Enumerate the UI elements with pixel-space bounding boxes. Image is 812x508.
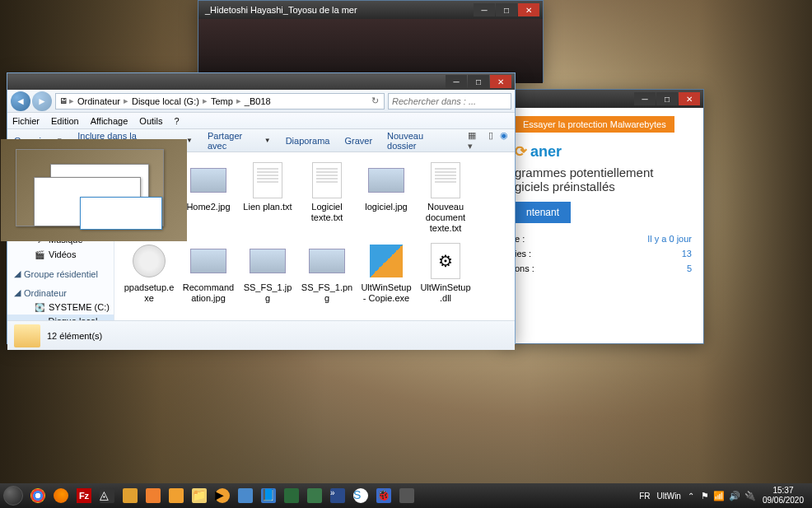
sidebar-local-drive[interactable]: 💽Disque local (G:)	[7, 315, 114, 320]
img-icon	[307, 241, 347, 281]
clock[interactable]: 15:37 09/06/2020	[763, 486, 804, 506]
close-button[interactable]: ✕	[679, 92, 700, 105]
menu-view[interactable]: Affichage	[91, 116, 128, 126]
flag-icon[interactable]: ⚑	[701, 491, 709, 501]
crumb[interactable]: _B018	[241, 96, 274, 106]
media-player-icon[interactable]: ▶	[212, 486, 232, 506]
new-folder-button[interactable]: Nouveau dossier	[387, 131, 453, 151]
minimize-button[interactable]: ─	[634, 92, 656, 105]
app-icon[interactable]	[282, 486, 301, 506]
help-icon[interactable]: ◉	[500, 130, 508, 151]
share-button[interactable]: Partager avec ▼	[208, 131, 271, 151]
explorer-taskbar-icon[interactable]: 📁	[189, 486, 209, 506]
txt-icon	[426, 161, 465, 200]
filezilla-icon[interactable]: Fz	[74, 486, 94, 506]
sidebar-computer[interactable]: ◢ Ordinateur	[7, 286, 114, 300]
file-label: logiciel.jpg	[365, 202, 407, 212]
computer-icon: 🖥	[58, 96, 69, 107]
view-mode-button[interactable]: ▦ ▾	[468, 130, 482, 151]
preview-pane-button[interactable]: ▯	[488, 130, 493, 151]
menu-bar: Fichier Edition Affichage Outils ?	[7, 113, 515, 129]
file-item[interactable]: Nouveau document texte.txt	[418, 159, 474, 236]
app-icon[interactable]	[305, 486, 324, 506]
file-item[interactable]: Logiciel texte.txt	[299, 159, 355, 236]
app-icon[interactable]: 🐞	[374, 486, 394, 506]
file-item[interactable]: ⚙UltWinSetup.dll	[418, 240, 474, 305]
file-item[interactable]: UltWinSetup - Copie.exe	[358, 240, 414, 305]
file-item[interactable]: Home2.jpg	[180, 159, 236, 236]
power-icon[interactable]: 🔌	[744, 491, 756, 501]
maximize-button[interactable]: □	[468, 75, 489, 88]
file-item[interactable]: Recommandation.jpg	[180, 240, 236, 305]
app-icon[interactable]	[166, 486, 186, 506]
stat-row: ies :13	[515, 246, 692, 261]
ultwin-tray[interactable]: UltWin	[656, 492, 680, 501]
back-button[interactable]: ◄	[11, 91, 30, 111]
app-icon[interactable]: S	[351, 486, 371, 506]
cleaner-titlebar[interactable]: ─ □ ✕	[503, 90, 703, 108]
crumb[interactable]: Ordinateur	[74, 96, 124, 106]
mini-window[interactable]	[80, 197, 162, 230]
menu-help[interactable]: ?	[174, 116, 179, 126]
sidebar-videos[interactable]: 🎬Vidéos	[7, 247, 114, 262]
menu-tools[interactable]: Outils	[139, 116, 162, 126]
sidebar-homegroup[interactable]: ◢ Groupe résidentiel	[7, 267, 114, 281]
try-protection-button[interactable]: Essayer la protection Malwarebytes	[515, 116, 674, 133]
breadcrumb[interactable]: 🖥 ▸ Ordinateur▸ Disque local (G:)▸ Temp▸…	[55, 93, 385, 110]
firefox-icon[interactable]	[51, 486, 71, 506]
menu-file[interactable]: Fichier	[12, 116, 40, 126]
network-icon[interactable]: 📶	[713, 491, 725, 501]
file-label: Recommandation.jpg	[182, 282, 235, 304]
crumb[interactable]: Disque local (G:)	[128, 96, 203, 106]
img-icon	[248, 241, 287, 281]
file-item[interactable]: SS_FS_1.png	[299, 240, 355, 305]
videos-icon: 🎬	[34, 249, 45, 260]
file-item[interactable]: SS_FS_1.jpg	[240, 240, 296, 305]
explorer-titlebar[interactable]: ─ □ ✕	[7, 73, 515, 90]
file-item[interactable]: ppadsetup.exe	[121, 240, 177, 305]
close-button[interactable]: ✕	[518, 3, 539, 16]
app-icon[interactable]	[397, 486, 417, 506]
app-icon[interactable]	[120, 486, 140, 506]
pinned-apps: Fz ◬ 📁 ▶ 📘 » S 🐞	[28, 486, 417, 506]
minimize-button[interactable]: ─	[446, 75, 467, 88]
app-icon[interactable]: 📘	[259, 486, 278, 506]
taskbar: Fz ◬ 📁 ▶ 📘 » S 🐞 FR UltWin ⌃ ⚑ 📶 🔊 🔌 15:…	[0, 483, 812, 508]
crumb[interactable]: Temp	[208, 96, 236, 106]
menu-edit[interactable]: Edition	[51, 116, 79, 126]
video-titlebar[interactable]: _Hidetoshi Hayashi_Toyosu de la mer ─ □ …	[198, 1, 543, 19]
scan-now-button[interactable]: ntenant	[515, 202, 571, 223]
img-icon	[189, 161, 228, 200]
video-player-window: _Hidetoshi Hayashi_Toyosu de la mer ─ □ …	[198, 0, 544, 82]
search-input[interactable]	[388, 93, 511, 110]
file-item[interactable]: logiciel.jpg	[358, 159, 414, 236]
system-tray: FR UltWin ⌃ ⚑ 📶 🔊 🔌 15:37 09/06/2020	[639, 486, 809, 506]
tray-expand-icon[interactable]: ⌃	[688, 492, 694, 501]
refresh-icon[interactable]: ↻	[368, 96, 382, 106]
file-label: Logiciel texte.txt	[301, 202, 353, 223]
app-icon[interactable]: »	[328, 486, 348, 506]
file-label: SS_FS_1.png	[301, 282, 353, 304]
txt-icon	[307, 161, 347, 200]
exeColor-icon	[366, 241, 406, 281]
app-icon[interactable]: ◬	[97, 486, 117, 506]
app-icon[interactable]	[236, 486, 255, 506]
drive-icon: 💽	[34, 301, 45, 313]
language-indicator[interactable]: FR	[639, 492, 650, 501]
chrome-icon[interactable]	[28, 486, 48, 506]
sidebar-system-drive[interactable]: 💽SYSTEME (C:)	[7, 300, 114, 315]
volume-icon[interactable]: 🔊	[729, 491, 740, 501]
minimize-button[interactable]: ─	[474, 3, 495, 16]
close-button[interactable]: ✕	[490, 75, 511, 88]
start-button[interactable]	[3, 486, 23, 506]
maximize-button[interactable]: □	[656, 92, 678, 105]
slideshow-button[interactable]: Diaporama	[286, 136, 330, 146]
forward-button[interactable]: ►	[32, 91, 52, 111]
exe-icon	[129, 241, 169, 281]
maximize-button[interactable]: □	[496, 3, 517, 16]
file-label: Lien plan.txt	[243, 202, 292, 212]
file-item[interactable]: Lien plan.txt	[240, 159, 296, 236]
burn-button[interactable]: Graver	[344, 136, 372, 146]
app-icon[interactable]	[143, 486, 163, 506]
ultwin-preview[interactable]: 📁	[1, 139, 187, 241]
